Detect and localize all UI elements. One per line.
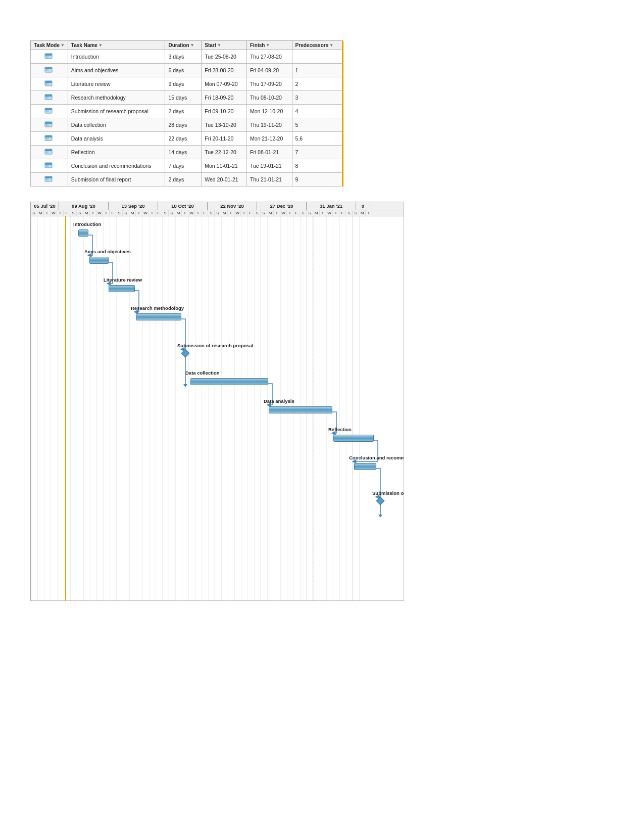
duration-cell: 14 days: [165, 146, 202, 159]
chart-task-label-2: Literature review: [104, 277, 142, 283]
chart-day-12: F: [110, 210, 116, 216]
th-start[interactable]: Start ▼: [202, 41, 247, 50]
task-mode-cell: [31, 173, 68, 187]
chart-day-15: M: [129, 210, 136, 216]
start-cell: Fri 20-11-20: [202, 132, 247, 146]
gantt-table-wrapper: Task Mode ▼ Task Name ▼ Duration ▼: [30, 40, 614, 187]
page-container: Task Mode ▼ Task Name ▼ Duration ▼: [0, 0, 644, 621]
chart-day-36: M: [267, 210, 274, 216]
task-mode-icon: [44, 107, 54, 115]
sort-arrow-mode: ▼: [61, 43, 65, 48]
orange-line: [65, 216, 66, 600]
task-name-cell: Data analysis: [68, 132, 165, 146]
duration-label: Duration: [168, 42, 189, 48]
chart-day-7: S: [77, 210, 83, 216]
chart-month-3: 18 Oct '20: [158, 202, 208, 210]
grid-line-10: [96, 216, 97, 600]
chart-day-11: T: [103, 210, 110, 216]
task-mode-cell: [31, 50, 68, 64]
table-row: Submission of final report 2 days Wed 20…: [31, 173, 343, 187]
chart-day-10: W: [96, 210, 103, 216]
task-mode-cell: [31, 132, 68, 146]
start-cell: Fri 28-08-20: [202, 64, 247, 77]
grid-line-1: [37, 216, 38, 600]
th-predecessors[interactable]: Predecessors ▼: [292, 41, 342, 50]
svg-rect-25: [45, 135, 52, 137]
chart-day-9: T: [90, 210, 96, 216]
grid-line-13: [116, 216, 117, 600]
finish-cell: Thu 21-01-21: [246, 173, 292, 187]
svg-rect-5: [45, 67, 52, 69]
chart-day-51: T: [366, 210, 372, 216]
chart-day-17: W: [142, 210, 149, 216]
chart-day-8: M: [83, 210, 90, 216]
predecessors-label: Predecessors: [295, 42, 329, 48]
grid-line-26: [202, 216, 202, 600]
table-row: Submission of research proposal 2 days F…: [31, 105, 343, 118]
chart-month-5: 27 Dec '20: [257, 202, 307, 210]
chart-day-19: F: [156, 210, 162, 216]
chart-bar-7: [333, 435, 374, 442]
th-finish[interactable]: Finish ▼: [246, 41, 292, 50]
table-row: Literature review 9 days Mon 07-09-20 Th…: [31, 77, 343, 91]
finish-cell: Thu 19-11-20: [246, 118, 292, 132]
table-row: Data collection 28 days Tue 13-10-20 Thu…: [31, 118, 343, 132]
predecessors-cell: 2: [292, 77, 342, 91]
th-task-mode[interactable]: Task Mode ▼: [31, 41, 68, 50]
task-name-cell: Introduction: [68, 50, 165, 64]
chart-month-7: 0: [356, 202, 370, 210]
chart-month-0: 05 Jul '20: [31, 202, 59, 210]
grid-line-35: [261, 216, 261, 600]
connector-svg-0: [31, 220, 404, 600]
chart-day-38: W: [280, 210, 287, 216]
duration-cell: 2 days: [165, 105, 202, 118]
grid-line-20: [162, 216, 163, 600]
task-mode-icon: [44, 134, 54, 142]
chart-day-1: M: [37, 210, 44, 216]
chart-day-50: M: [359, 210, 366, 216]
start-cell: Tue 22-12-20: [202, 146, 247, 159]
predecessors-cell: 5: [292, 118, 342, 132]
table-row: Introduction 3 days Tue 25-08-20 Thu 27-…: [31, 50, 343, 64]
chart-day-22: M: [175, 210, 182, 216]
chart-day-28: S: [215, 210, 221, 216]
chart-day-32: T: [241, 210, 247, 216]
chart-day-35: S: [261, 210, 267, 216]
grid-line-28: [215, 216, 215, 600]
sort-arrow-start: ▼: [217, 43, 221, 48]
grid-line-3: [51, 216, 51, 600]
grid-line-7: [77, 216, 77, 600]
chart-day-25: T: [195, 210, 202, 216]
grid-line-19: [156, 216, 156, 600]
chart-day-47: F: [339, 210, 346, 216]
grid-line-11: [103, 216, 104, 600]
grid-line-15: [129, 216, 130, 600]
connector-svg-1: [31, 248, 404, 600]
finish-cell: Mon 12-10-20: [246, 105, 292, 118]
task-name-label: Task Name: [71, 42, 97, 48]
duration-cell: 6 days: [165, 64, 202, 77]
chart-day-3: W: [51, 210, 57, 216]
task-mode-icon: [44, 161, 54, 169]
grid-line-0: [31, 216, 31, 600]
grid-line-33: [247, 216, 248, 600]
chart-body: IntroductionAims and objectivesLiteratur…: [31, 216, 404, 600]
gantt-table: Task Mode ▼ Task Name ▼ Duration ▼: [30, 40, 343, 187]
grid-line-31: [234, 216, 235, 600]
task-mode-cell: [31, 77, 68, 91]
chart-task-label-1: Aims and objectives: [84, 249, 131, 254]
chart-arrow-4: [183, 384, 187, 387]
predecessors-cell: [292, 50, 342, 64]
task-name-cell: Research methodology: [68, 91, 165, 105]
grid-line-32: [241, 216, 241, 600]
chart-day-31: W: [234, 210, 241, 216]
table-row: Research methodology 15 days Fri 18-09-2…: [31, 91, 343, 105]
finish-cell: Fri 04-09-20: [246, 64, 292, 77]
grid-line-29: [221, 216, 222, 600]
th-duration[interactable]: Duration ▼: [165, 41, 202, 50]
table-row: Conclusion and recommendations 7 days Mo…: [31, 159, 343, 173]
start-cell: Mon 07-09-20: [202, 77, 247, 91]
svg-rect-17: [45, 108, 52, 110]
th-task-name[interactable]: Task Name ▼: [68, 41, 165, 50]
duration-cell: 22 days: [165, 132, 202, 146]
